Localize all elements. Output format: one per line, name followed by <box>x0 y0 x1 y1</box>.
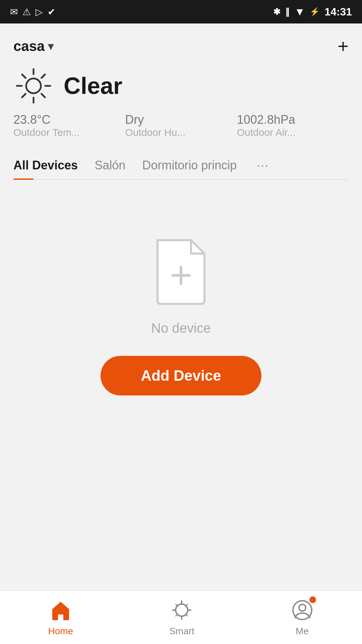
me-nav-label: Me <box>296 626 309 637</box>
pressure-value: 1002.8hPa <box>237 113 349 127</box>
pressure-label: Outdoor Air... <box>237 127 349 138</box>
tab-dormitorio[interactable]: Dormitorio princip <box>142 152 247 179</box>
mail-icon: ✉ <box>10 6 18 17</box>
battery-icon: ⚡ <box>310 7 320 16</box>
svg-line-5 <box>22 74 26 78</box>
weather-stats: 23.8°C Outdoor Tem... Dry Outdoor Hu... … <box>13 113 349 138</box>
bluetooth-icon: ✱ <box>273 7 281 17</box>
temperature-value: 23.8°C <box>13 113 125 127</box>
smart-icon-wrap <box>170 598 193 623</box>
tabs-more-icon[interactable]: ··· <box>257 158 269 172</box>
warning-icon: ⚠ <box>22 6 31 17</box>
smart-icon <box>170 598 193 622</box>
svg-line-8 <box>22 94 26 98</box>
svg-line-17 <box>186 614 188 616</box>
empty-document-icon <box>147 233 215 307</box>
weather-section: Clear 23.8°C Outdoor Tem... Dry Outdoor … <box>13 66 349 138</box>
svg-line-7 <box>42 74 45 78</box>
nav-home[interactable]: Home <box>48 598 73 637</box>
weather-top: Clear <box>13 66 349 106</box>
svg-line-18 <box>186 604 188 606</box>
clock: 14:31 <box>324 6 352 18</box>
svg-point-21 <box>299 604 306 611</box>
pressure-stat: 1002.8hPa Outdoor Air... <box>237 113 349 138</box>
temperature-label: Outdoor Tem... <box>13 127 125 138</box>
nav-me[interactable]: Me <box>291 598 314 637</box>
svg-line-19 <box>176 614 178 616</box>
add-device-button[interactable]: Add Device <box>101 356 261 395</box>
empty-state: No device Add Device <box>13 193 349 416</box>
humidity-value: Dry <box>125 113 237 127</box>
header: casa ▾ + <box>13 23 349 66</box>
svg-line-16 <box>176 604 178 606</box>
navigation-icon: ▷ <box>36 6 43 17</box>
chevron-down-icon: ▾ <box>48 40 53 53</box>
sun-icon <box>13 66 54 106</box>
home-name: casa <box>13 38 45 54</box>
tab-salon[interactable]: Salón <box>95 152 135 179</box>
tab-all-devices[interactable]: All Devices <box>13 152 88 179</box>
status-bar-right: ✱ ‖ ▼ ⚡ 14:31 <box>273 6 352 18</box>
temperature-stat: 23.8°C Outdoor Tem... <box>13 113 125 138</box>
empty-text: No device <box>151 321 211 336</box>
weather-condition: Clear <box>64 72 122 99</box>
home-icon-wrap <box>49 598 72 623</box>
me-badge <box>309 596 316 603</box>
tabs: All Devices Salón Dormitorio princip ··· <box>13 152 349 180</box>
me-icon-wrap <box>291 598 314 623</box>
home-title[interactable]: casa ▾ <box>13 38 53 54</box>
check-icon: ✔ <box>48 6 55 17</box>
main-content: casa ▾ + Clear 23.8°C <box>0 23 362 416</box>
svg-point-0 <box>26 78 41 93</box>
smart-nav-label: Smart <box>169 626 194 637</box>
status-bar-left: ✉ ⚠ ▷ ✔ <box>10 6 55 17</box>
humidity-stat: Dry Outdoor Hu... <box>125 113 237 138</box>
status-bar: ✉ ⚠ ▷ ✔ ✱ ‖ ▼ ⚡ 14:31 <box>0 0 362 23</box>
vibrate-icon: ‖ <box>285 7 290 17</box>
bottom-nav: Home Smart <box>0 590 362 644</box>
humidity-label: Outdoor Hu... <box>125 127 237 138</box>
nav-smart[interactable]: Smart <box>169 598 194 637</box>
home-nav-label: Home <box>48 626 73 637</box>
wifi-icon: ▼ <box>294 6 305 18</box>
add-button[interactable]: + <box>338 37 349 56</box>
svg-line-6 <box>42 94 45 98</box>
home-icon <box>49 598 72 622</box>
